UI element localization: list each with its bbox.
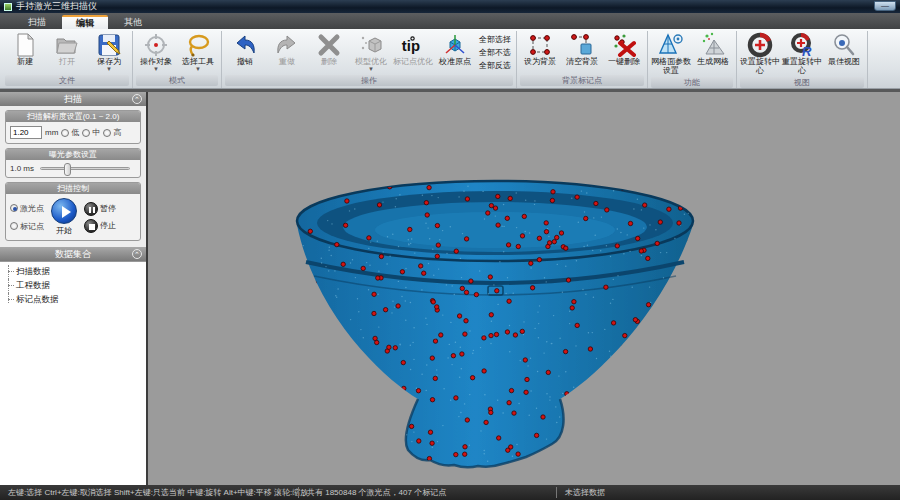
main-area: 扫描 ⌃ 扫描解析度设置(0.1 ~ 2.0) mm 低 中 高 曝光参数设置 … — [0, 89, 900, 485]
tree-item-marker-data[interactable]: 标记点数据 — [6, 293, 146, 307]
exposure-value: 1.0 ms — [10, 164, 34, 173]
open-button[interactable]: 打开 — [46, 31, 88, 67]
select-none-button[interactable]: 全部不选 — [479, 47, 511, 58]
target-icon — [143, 32, 169, 58]
delete-button[interactable]: 删除 — [308, 31, 350, 67]
app-icon — [4, 3, 12, 11]
redo-icon — [274, 32, 300, 58]
open-folder-icon — [54, 32, 80, 58]
laser-point-radio[interactable]: 激光点 — [10, 203, 44, 214]
collapse-icon[interactable]: ⌃ — [132, 94, 142, 104]
rotation-reset-icon: R — [789, 32, 815, 58]
slider-thumb[interactable] — [64, 163, 71, 176]
resolution-title: 扫描解析度设置(0.1 ~ 2.0) — [6, 111, 140, 122]
group-label-view: 视图 — [740, 77, 864, 88]
marker-frame-icon — [527, 32, 553, 58]
start-scan-button[interactable] — [51, 198, 77, 224]
pause-button[interactable] — [84, 202, 98, 216]
calibrate-origin-button[interactable]: 校准原点 — [434, 31, 476, 67]
tree-item-scan-data[interactable]: 扫描数据 — [6, 265, 146, 279]
mesh-sparkle-icon — [700, 32, 726, 58]
group-background-markers: 设为背景 清空背景 一键删除 背景标记点 — [517, 31, 648, 88]
group-functions: 网格面参数设置 生成网格 功能 — [648, 31, 737, 88]
group-label-functions: 功能 — [651, 77, 733, 88]
data-tree: 扫描数据 工程数据 标记点数据 — [0, 261, 146, 485]
operate-object-button[interactable]: 操作对象 ▼ — [135, 31, 177, 71]
tab-edit[interactable]: 编辑 — [62, 15, 108, 29]
ribbon-tabs: 扫描 编辑 其他 — [0, 13, 900, 29]
exposure-slider[interactable] — [40, 167, 130, 170]
radio-icon — [82, 129, 90, 137]
group-mode: 操作对象 ▼ 选择工具 ▼ 模式 — [133, 31, 222, 88]
chevron-down-icon: ▼ — [153, 67, 159, 71]
scan-section-header: 扫描 ⌃ — [0, 92, 146, 106]
clear-background-button[interactable]: 清空背景 — [561, 31, 603, 67]
marker-point-radio[interactable]: 标记点 — [10, 221, 44, 232]
best-view-button[interactable]: 最佳视图 — [823, 31, 865, 67]
start-label: 开始 — [56, 225, 72, 236]
resolution-groupbox: 扫描解析度设置(0.1 ~ 2.0) mm 低 中 高 — [5, 110, 141, 144]
scan-control-title: 扫描控制 — [6, 183, 140, 194]
generate-mesh-button[interactable]: 生成网格 — [692, 31, 734, 67]
data-section-header: 数据集合 ⌃ — [0, 247, 146, 261]
selection-status: 未选择数据 — [556, 487, 613, 498]
exposure-groupbox: 曝光参数设置 1.0 ms — [5, 148, 141, 178]
app-window: 手持激光三维扫描仪 — 扫描 编辑 其他 新建 打开 — [0, 0, 900, 500]
group-operation: 撤销 重做 删除 模型 — [222, 31, 517, 88]
set-rotation-center-button[interactable]: 设置旋转中心 — [739, 31, 781, 76]
stop-button[interactable] — [84, 219, 98, 233]
reset-rotation-center-button[interactable]: R 重置旋转中心 — [781, 31, 823, 76]
new-button[interactable]: 新建 — [4, 31, 46, 67]
resolution-unit: mm — [45, 128, 58, 137]
magnifier-icon — [831, 32, 857, 58]
marker-optimize-button[interactable]: tip 标记点优化 — [392, 31, 434, 67]
marker-clear-icon — [569, 32, 595, 58]
radio-icon — [10, 222, 18, 230]
lasso-icon — [185, 32, 211, 58]
group-label-background-markers: 背景标记点 — [520, 75, 644, 86]
minimize-button[interactable]: — — [874, 1, 896, 11]
group-view: 设置旋转中心 R 重置旋转中心 最佳视图 视图 — [737, 31, 868, 88]
select-tool-button[interactable]: 选择工具 ▼ — [177, 31, 219, 71]
ribbon: 新建 打开 保存为 ▼ 文件 — [0, 29, 900, 89]
delete-x-icon — [316, 32, 342, 58]
resolution-input[interactable] — [10, 126, 42, 139]
select-all-stack: 全部选择 全部不选 全部反选 — [476, 31, 514, 71]
mouse-hints: 左键:选择 Ctrl+左键:取消选择 Shift+左键:只选当前 中键:旋转 A… — [0, 487, 298, 498]
model-optimize-button[interactable]: 模型优化 ▼ — [350, 31, 392, 71]
undo-button[interactable]: 撤销 — [224, 31, 266, 67]
status-bar: 左键:选择 Ctrl+左键:取消选择 Shift+左键:只选当前 中键:旋转 A… — [0, 485, 900, 500]
title-bar: 手持激光三维扫描仪 — — [0, 0, 900, 13]
group-file: 新建 打开 保存为 ▼ 文件 — [2, 31, 133, 88]
point-counts: 共有 1850848 个激光点，407 个标记点 — [298, 487, 556, 498]
select-all-button[interactable]: 全部选择 — [479, 34, 511, 45]
viewport-3d[interactable] — [148, 92, 900, 485]
chevron-down-icon: ▼ — [368, 67, 374, 71]
mesh-settings-button[interactable]: 网格面参数设置 — [650, 31, 692, 76]
tree-item-project-data[interactable]: 工程数据 — [6, 279, 146, 293]
tip-logo-icon: tip — [400, 32, 426, 58]
marker-delete-icon — [611, 32, 637, 58]
invert-selection-button[interactable]: 全部反选 — [479, 60, 511, 71]
save-as-button[interactable]: 保存为 ▼ — [88, 31, 130, 71]
undo-icon — [232, 32, 258, 58]
mesh-gear-icon — [658, 32, 684, 58]
window-title: 手持激光三维扫描仪 — [16, 0, 97, 13]
save-icon — [96, 32, 122, 58]
redo-button[interactable]: 重做 — [266, 31, 308, 67]
radio-icon — [61, 129, 69, 137]
group-label-operation: 操作 — [225, 75, 513, 86]
resolution-option-mid[interactable]: 中 — [82, 127, 100, 138]
resolution-option-high[interactable]: 高 — [103, 127, 121, 138]
set-background-button[interactable]: 设为背景 — [519, 31, 561, 67]
tab-other[interactable]: 其他 — [110, 15, 156, 29]
cube-sparkle-icon — [358, 32, 384, 58]
collapse-icon[interactable]: ⌃ — [132, 249, 142, 259]
scanned-bowl-model — [148, 92, 898, 485]
tab-scan[interactable]: 扫描 — [14, 15, 60, 29]
radio-icon — [103, 129, 111, 137]
axis-cube-icon — [442, 32, 468, 58]
chevron-down-icon: ▼ — [106, 67, 112, 71]
resolution-option-low[interactable]: 低 — [61, 127, 79, 138]
one-key-delete-button[interactable]: 一键删除 — [603, 31, 645, 67]
